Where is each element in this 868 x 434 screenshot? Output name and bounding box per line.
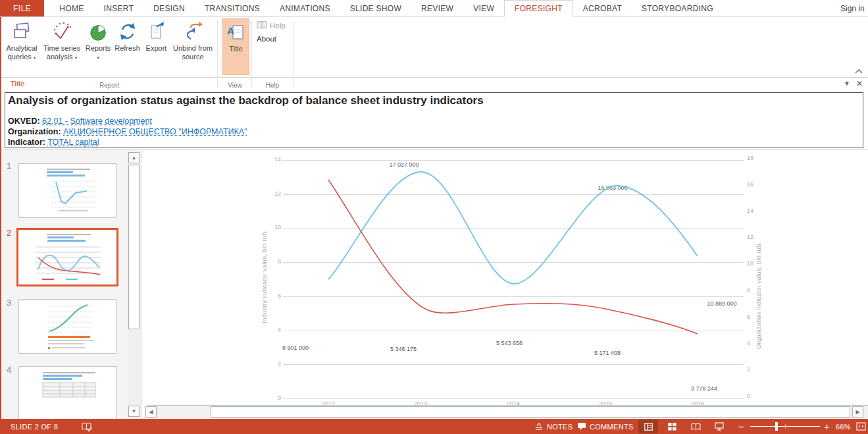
scroll-down-icon[interactable]: ▼: [128, 406, 140, 417]
right-axis-tick: 10: [747, 260, 753, 267]
fit-slide-to-window-button[interactable]: [856, 419, 866, 434]
right-axis-tick: 0: [747, 393, 750, 399]
left-axis-tick: 14: [267, 156, 281, 163]
proofing-icon[interactable]: [82, 419, 92, 434]
sign-in-button[interactable]: Sign in: [840, 0, 868, 16]
group-label-report: Report: [1, 82, 217, 89]
export-button[interactable]: Export: [143, 18, 170, 75]
about-label: About: [257, 35, 276, 43]
tab-strip: HOMEINSERTDESIGNTRANSITIONSANIMATIONSSLI…: [49, 0, 723, 16]
left-axis-tick: 8: [267, 258, 281, 265]
slide-thumbnail-2-selected[interactable]: [16, 228, 118, 286]
right-axis-tick: 4: [747, 340, 750, 346]
tab-design[interactable]: DESIGN: [143, 0, 195, 16]
reading-view-button[interactable]: [686, 420, 705, 433]
scroll-left-icon[interactable]: ◀: [145, 406, 157, 418]
comments-icon: [577, 422, 586, 431]
indicator-line: Indicator: TOTAL capital: [8, 137, 863, 148]
organization-line: Organization: АКЦИОНЕРНОЕ ОБЩЕСТВО "ИНФО…: [8, 126, 863, 137]
normal-view-button[interactable]: [638, 420, 658, 433]
tab-view[interactable]: VIEW: [463, 0, 504, 16]
file-tab[interactable]: FILE: [0, 0, 44, 16]
slideshow-view-button[interactable]: [709, 420, 729, 433]
zoom-in-button[interactable]: +: [824, 419, 830, 434]
gridline: [283, 296, 744, 297]
analytical-queries-icon: [3, 18, 41, 42]
slide-thumbnail-1[interactable]: [18, 163, 116, 218]
data-label: 10 889 000: [699, 300, 745, 307]
about-button[interactable]: About: [257, 35, 276, 43]
left-axis-tick: 4: [267, 327, 281, 333]
title-icon: A: [223, 19, 249, 43]
scrollbar-thumb[interactable]: [128, 165, 140, 329]
comments-button[interactable]: COMMENTS: [577, 419, 634, 434]
button-label: Reports: [86, 44, 111, 52]
tab-foresight[interactable]: FORESIGHT: [504, 0, 573, 17]
dropdown-caret-icon: ▾: [34, 55, 36, 60]
button-label: Refresh: [115, 44, 140, 52]
notes-label: NOTES: [547, 423, 573, 431]
svg-text:A: A: [227, 25, 234, 36]
tab-storyboarding[interactable]: STORYBOARDING: [632, 0, 723, 16]
tab-acrobat[interactable]: ACROBAT: [573, 0, 632, 16]
pane-dropdown-icon[interactable]: ▼: [844, 80, 850, 87]
slide-sorter-view-button[interactable]: [662, 420, 682, 433]
right-axis-tick: 14: [747, 207, 753, 214]
zoom-slider-thumb[interactable]: [775, 422, 778, 431]
app-window: FILE HOMEINSERTDESIGNTRANSITIONSANIMATIO…: [0, 0, 868, 434]
slide-thumbnail-4[interactable]: [18, 366, 116, 419]
collapse-ribbon-icon[interactable]: [854, 66, 866, 75]
left-axis-title: Industry indicator value, bln rub.: [261, 202, 268, 323]
tab-review[interactable]: REVIEW: [411, 0, 463, 16]
gridline: [283, 364, 744, 365]
group-divider: [217, 20, 218, 88]
zoom-percentage[interactable]: 66%: [836, 419, 851, 434]
data-label: 8 901 000: [272, 344, 319, 351]
tab-transitions[interactable]: TRANSITIONS: [195, 0, 270, 16]
notes-icon: [534, 423, 544, 431]
unbind-from-source-button[interactable]: Unbind from source: [171, 18, 215, 75]
help-book-icon: [257, 20, 267, 31]
export-icon: [143, 18, 170, 42]
data-label: 5 171 408: [584, 350, 630, 356]
slide-number-1: 1: [7, 161, 11, 171]
organization-link[interactable]: АКЦИОНЕРНОЕ ОБЩЕСТВО "ИНФОРМАТИКА": [63, 127, 247, 136]
right-axis-tick: 8: [747, 287, 750, 294]
zoom-out-button[interactable]: −: [738, 419, 744, 434]
reading-view-icon: [691, 423, 701, 431]
button-label: Unbind from source: [173, 44, 213, 61]
help-button[interactable]: Help: [257, 20, 286, 31]
slide-counter-label: SLIDE 2 OF 8: [11, 423, 58, 431]
slide-thumbnail-3[interactable]: [18, 299, 116, 354]
right-axis-tick: 12: [747, 234, 753, 240]
tab-slide-show[interactable]: SLIDE SHOW: [340, 0, 411, 16]
indicator-link[interactable]: TOTAL capital: [47, 138, 99, 147]
report-title-box[interactable]: Analysis of organization status against …: [5, 92, 863, 148]
pane-close-icon[interactable]: ✕: [856, 79, 863, 88]
slide-number-4: 4: [7, 365, 11, 375]
horizontal-scrollbar[interactable]: ◀ ▶: [145, 406, 868, 418]
refresh-button[interactable]: Refresh: [113, 18, 141, 75]
right-axis-tick: 2: [747, 366, 750, 373]
group-label-help: Help: [253, 82, 292, 89]
time-series-analysis-button[interactable]: Time series analysis ▾: [41, 18, 83, 75]
scroll-right-icon[interactable]: ▶: [852, 406, 863, 418]
ribbon-tab-bar: FILE HOMEINSERTDESIGNTRANSITIONSANIMATIO…: [0, 0, 868, 17]
scrollbar-thumb[interactable]: [211, 406, 850, 418]
thumbnail-scrollbar[interactable]: ▲ ▼: [128, 151, 140, 418]
notes-button[interactable]: NOTES: [534, 419, 573, 434]
tab-insert[interactable]: INSERT: [94, 0, 144, 16]
analytical-queries-button[interactable]: Analytical queries ▾: [3, 18, 41, 75]
title-toggle-button[interactable]: A Title: [222, 18, 249, 75]
gridline: [283, 331, 744, 331]
reports-button[interactable]: Reports ▾: [84, 18, 112, 75]
tab-home[interactable]: HOME: [49, 0, 93, 16]
scroll-up-icon[interactable]: ▲: [128, 152, 140, 163]
slide-thumbnail-panel: 1 2 3: [1, 150, 141, 419]
help-label: Help: [270, 22, 286, 30]
okved-link[interactable]: 62.01 - Software development: [42, 117, 152, 126]
slide-canvas[interactable]: 0246810121402468101214161820122013201420…: [142, 150, 868, 419]
group-divider: [251, 20, 252, 88]
tab-animations[interactable]: ANIMATIONS: [270, 0, 340, 16]
data-label: 3 778 244: [681, 385, 727, 392]
